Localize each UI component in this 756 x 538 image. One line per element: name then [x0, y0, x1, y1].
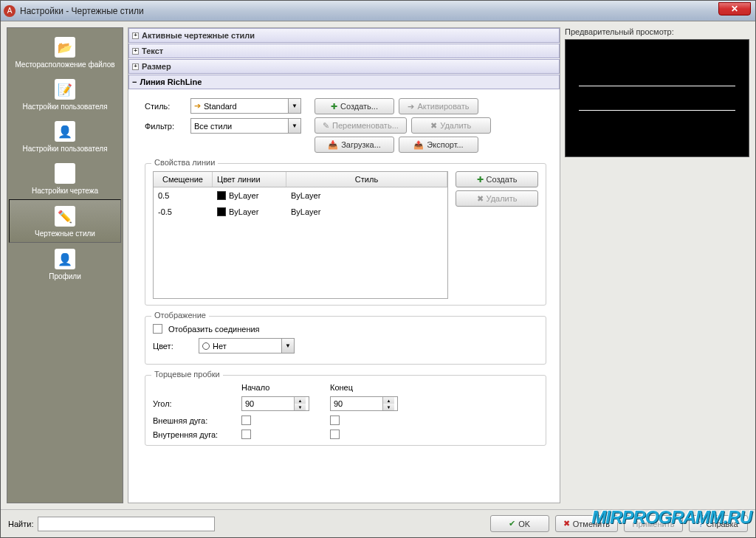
sidebar-item-usersettings1[interactable]: 📝 Настройки пользователя [7, 73, 123, 115]
color-swatch [217, 207, 226, 216]
table-row[interactable]: -0.5 ByLayer ByLayer [154, 204, 447, 220]
dialog-footer: Найти: ✔OK ✖Отменить Применить ?Справка [1, 509, 755, 537]
cancel-button[interactable]: ✖Отменить [555, 515, 618, 532]
color-label: Цвет: [153, 342, 193, 351]
col-start: Начало [241, 383, 323, 392]
minus-icon[interactable]: − [132, 77, 137, 86]
sidebar-item-label: Настройки чертежа [32, 187, 98, 195]
activate-button[interactable]: ➔Активировать [399, 98, 478, 114]
tree-label: Размер [142, 62, 171, 71]
style-value: Standard [204, 102, 237, 111]
plus-icon[interactable]: + [132, 48, 139, 55]
col-end: Конец [330, 383, 411, 392]
sidebar-item-label: Чертежные стили [35, 230, 95, 238]
col-color: Цвет линии [213, 172, 286, 187]
filter-label: Фильтр: [145, 122, 185, 131]
display-color-combo[interactable]: Нет ▼ [199, 338, 295, 354]
pencil-icon: ✏️ [55, 206, 75, 227]
sidebar-item-label: Месторасположение файлов [15, 61, 114, 69]
style-combo[interactable]: ➔Standard ▼ [190, 98, 301, 114]
profile-icon: 👤 [55, 249, 75, 269]
down-icon[interactable]: ▼ [383, 404, 394, 410]
group-legend: Торцевые пробки [151, 370, 223, 379]
display-group: Отображение Отобразить соединения Цвет: … [145, 316, 546, 365]
preview-canvas [565, 39, 749, 157]
angle-end-spinner[interactable]: ▲▼ [330, 396, 398, 411]
inner-arc-start-checkbox[interactable] [241, 430, 251, 439]
col-offset: Смещение [154, 172, 213, 187]
sidebar-item-profiles[interactable]: 👤 Профили [7, 243, 123, 285]
plus-icon[interactable]: + [132, 32, 139, 39]
tree-node-richline[interactable]: − Линия RichLine [128, 75, 560, 89]
sidebar-item-drawingsettings[interactable]: 🛠 Настройки чертежа [7, 157, 123, 199]
title-bar: A Настройки - Чертежные стили ✕ [1, 1, 755, 21]
export-button[interactable]: 📤Экспорт... [399, 137, 478, 153]
up-icon[interactable]: ▲ [295, 397, 306, 404]
create-button[interactable]: ✚Создать... [315, 98, 394, 114]
chevron-down-icon[interactable]: ▼ [281, 339, 294, 353]
rename-button[interactable]: ✎Переименовать... [315, 117, 407, 134]
down-icon[interactable]: ▼ [295, 404, 306, 410]
outer-arc-label: Внешняя дуга: [153, 416, 234, 425]
folder-icon: 📂 [55, 37, 75, 58]
user-icon: 👤 [55, 121, 75, 142]
category-sidebar: 📂 Месторасположение файлов 📝 Настройки п… [7, 27, 123, 503]
sidebar-item-label: Настройки пользователя [22, 145, 107, 153]
angle-start-spinner[interactable]: ▲▼ [241, 396, 309, 411]
window-title: Настройки - Чертежные стили [20, 6, 144, 16]
find-label: Найти: [8, 520, 33, 528]
show-connections-checkbox[interactable] [153, 324, 162, 334]
inner-arc-end-checkbox[interactable] [330, 430, 340, 439]
outer-arc-start-checkbox[interactable] [241, 415, 251, 425]
preview-label: Предварительный просмотр: [565, 27, 749, 36]
tools-icon: 🛠 [55, 163, 75, 184]
group-legend: Свойства линии [151, 158, 218, 167]
color-swatch [217, 191, 226, 200]
line-properties-group: Свойства линии Смещение Цвет линии Стиль [145, 163, 546, 306]
properties-table[interactable]: Смещение Цвет линии Стиль 0.5 ByLayer [153, 171, 448, 299]
settings-icon: 📝 [55, 79, 75, 100]
row-create-button[interactable]: ✚Создать [456, 171, 538, 187]
endcaps-group: Торцевые пробки Начало Конец Угол: ▲▼ ▲▼… [145, 375, 546, 446]
filter-combo[interactable]: Все стили ▼ [190, 118, 301, 134]
help-button[interactable]: ?Справка [689, 515, 748, 532]
up-icon[interactable]: ▲ [383, 397, 394, 404]
tree-label: Активные чертежные стили [142, 31, 255, 40]
show-connections-label: Отобразить соединения [168, 325, 260, 334]
sidebar-item-filelocations[interactable]: 📂 Месторасположение файлов [7, 31, 123, 73]
chevron-down-icon[interactable]: ▼ [288, 99, 300, 113]
col-style: Стиль [286, 172, 447, 187]
ok-button[interactable]: ✔OK [490, 515, 549, 532]
sidebar-item-label: Настройки пользователя [22, 103, 107, 111]
tree-label: Текст [142, 46, 163, 55]
delete-button[interactable]: ✖Удалить [411, 117, 491, 134]
angle-label: Угол: [153, 399, 234, 408]
chevron-down-icon[interactable]: ▼ [288, 119, 300, 133]
table-row[interactable]: 0.5 ByLayer ByLayer [154, 187, 447, 204]
find-input[interactable] [38, 517, 215, 531]
app-icon: A [4, 5, 16, 17]
plus-icon[interactable]: + [132, 63, 139, 70]
outer-arc-end-checkbox[interactable] [330, 415, 340, 425]
tree-node-dimension[interactable]: + Размер [128, 59, 560, 74]
load-button[interactable]: 📥Загрузка... [315, 137, 394, 153]
inner-arc-label: Внутренняя дуга: [153, 430, 234, 439]
sidebar-item-draftingstyles[interactable]: ✏️ Чертежные стили [9, 199, 121, 243]
tree-node-active-styles[interactable]: + Активные чертежные стили [128, 28, 560, 43]
tree-node-text[interactable]: + Текст [128, 44, 560, 58]
sidebar-item-label: Профили [49, 272, 81, 280]
close-button[interactable]: ✕ [718, 2, 751, 15]
row-delete-button[interactable]: ✖Удалить [456, 190, 538, 207]
sidebar-item-usersettings2[interactable]: 👤 Настройки пользователя [7, 115, 123, 157]
tree-label: Линия RichLine [140, 77, 202, 86]
apply-button[interactable]: Применить [624, 515, 683, 532]
style-label: Стиль: [145, 102, 185, 111]
group-legend: Отображение [151, 311, 209, 320]
filter-value: Все стили [191, 122, 288, 131]
